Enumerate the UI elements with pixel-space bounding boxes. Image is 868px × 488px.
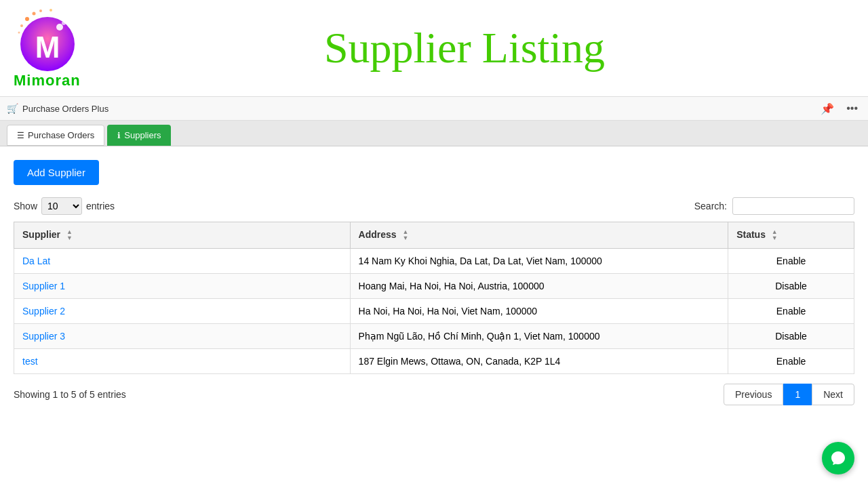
col-header-status[interactable]: Status ▲▼ (728, 222, 854, 249)
cell-supplier: test (14, 349, 351, 374)
app-bar-actions: 📌 ••• (817, 101, 861, 117)
sort-supplier-icon: ▲▼ (66, 229, 73, 241)
col-header-address[interactable]: Address ▲▼ (350, 222, 728, 249)
tab-purchase-orders[interactable]: ☰ Purchase Orders (7, 125, 104, 146)
svg-point-8 (56, 24, 63, 30)
supplier-link[interactable]: Supplier 3 (22, 331, 65, 342)
supplier-link[interactable]: Supplier 2 (22, 306, 65, 317)
cell-address: Hoang Mai, Ha Noi, Ha Noi, Austria, 1000… (350, 274, 728, 299)
tab-purchase-orders-label: Purchase Orders (28, 130, 94, 140)
main-content: Add Supplier Show 10 25 50 100 entries S… (0, 146, 868, 419)
sort-address-icon: ▲▼ (403, 229, 409, 241)
search-input[interactable] (732, 197, 854, 215)
cell-address: Phạm Ngũ Lão, Hồ Chí Minh, Quận 1, Viet … (350, 324, 728, 349)
table-row: Da Lat14 Nam Ky Khoi Nghia, Da Lat, Da L… (14, 249, 854, 274)
suppliers-table: Supplier ▲▼ Address ▲▼ Status ▲▼ Da Lat1… (14, 222, 854, 374)
pin-button[interactable]: 📌 (817, 101, 837, 117)
svg-point-4 (18, 32, 20, 34)
app-bar: 🛒 Purchase Orders Plus 📌 ••• (0, 96, 868, 121)
show-label: Show (14, 201, 37, 211)
supplier-link[interactable]: test (22, 356, 38, 367)
table-header-row: Supplier ▲▼ Address ▲▼ Status ▲▼ (14, 222, 854, 249)
app-icon: 🛒 (7, 103, 18, 114)
previous-button[interactable]: Previous (724, 384, 783, 405)
svg-point-5 (50, 9, 52, 12)
cell-status: Disable (728, 324, 854, 349)
logo-text: Mimoran (14, 72, 81, 89)
entries-suffix: entries (86, 201, 115, 211)
cell-supplier: Supplier 3 (14, 324, 351, 349)
entries-search-row: Show 10 25 50 100 entries Search: (14, 197, 854, 215)
supplier-link[interactable]: Supplier 1 (22, 281, 65, 291)
search-label: Search: (694, 201, 727, 211)
app-name: Purchase Orders Plus (22, 104, 108, 114)
pagination-row: Showing 1 to 5 of 5 entries Previous 1 N… (14, 384, 854, 405)
svg-point-1 (33, 12, 36, 16)
cell-status: Enable (728, 249, 854, 274)
page-1-button[interactable]: 1 (783, 384, 812, 405)
svg-text:M: M (35, 30, 60, 64)
cell-status: Disable (728, 274, 854, 299)
table-row: Supplier 2Ha Noi, Ha Noi, Ha Noi, Viet N… (14, 299, 854, 324)
nav-tabs: ☰ Purchase Orders ℹ Suppliers (0, 121, 868, 146)
pagination-buttons: Previous 1 Next (724, 384, 854, 405)
cell-supplier: Supplier 2 (14, 299, 351, 324)
next-button[interactable]: Next (812, 384, 854, 405)
header: M Mimoran Supplier Listing (0, 0, 868, 96)
cell-supplier: Supplier 1 (14, 274, 351, 299)
supplier-link[interactable]: Da Lat (22, 256, 50, 266)
app-bar-left: 🛒 Purchase Orders Plus (7, 103, 817, 114)
cell-address: 14 Nam Ky Khoi Nghia, Da Lat, Da Lat, Vi… (350, 249, 728, 274)
cell-address: Ha Noi, Ha Noi, Ha Noi, Viet Nam, 100000 (350, 299, 728, 324)
suppliers-icon: ℹ (117, 131, 121, 140)
add-supplier-button[interactable]: Add Supplier (14, 160, 99, 185)
tab-suppliers[interactable]: ℹ Suppliers (107, 125, 171, 146)
cell-supplier: Da Lat (14, 249, 351, 274)
showing-text: Showing 1 to 5 of 5 entries (14, 389, 126, 400)
svg-point-2 (39, 9, 42, 12)
more-button[interactable]: ••• (843, 101, 861, 116)
logo-icon: M (14, 7, 81, 75)
svg-point-9 (62, 21, 66, 25)
col-header-supplier[interactable]: Supplier ▲▼ (14, 222, 351, 249)
cell-status: Enable (728, 299, 854, 324)
cell-address: 187 Elgin Mews, Ottawa, ON, Canada, K2P … (350, 349, 728, 374)
show-entries-left: Show 10 25 50 100 entries (14, 197, 115, 215)
search-area: Search: (694, 197, 854, 215)
cell-status: Enable (728, 349, 854, 374)
table-row: Supplier 3Phạm Ngũ Lão, Hồ Chí Minh, Quậ… (14, 324, 854, 349)
tab-suppliers-label: Suppliers (124, 130, 161, 140)
table-row: Supplier 1Hoang Mai, Ha Noi, Ha Noi, Aus… (14, 274, 854, 299)
page-title: Supplier Listing (136, 23, 848, 73)
table-row: test187 Elgin Mews, Ottawa, ON, Canada, … (14, 349, 854, 374)
svg-point-0 (25, 17, 29, 21)
sort-status-icon: ▲▼ (772, 229, 778, 241)
svg-point-3 (20, 24, 23, 27)
logo-container: M Mimoran (14, 7, 136, 89)
purchase-orders-icon: ☰ (17, 131, 24, 140)
entries-select[interactable]: 10 25 50 100 (41, 197, 82, 215)
